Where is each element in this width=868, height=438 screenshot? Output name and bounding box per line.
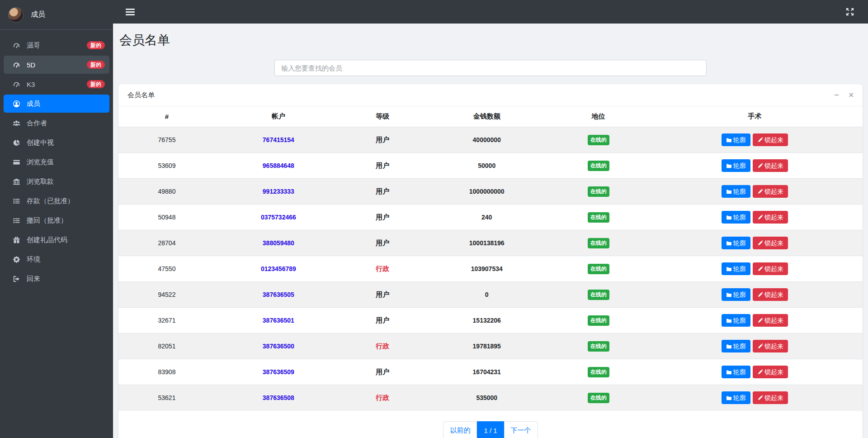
- folder-icon: [726, 163, 732, 169]
- content: 会员名单 会员名单 − × # 帐户: [113, 24, 868, 438]
- member-level: 用户: [376, 213, 389, 221]
- hamburger-icon[interactable]: [126, 9, 135, 15]
- member-id: 53621: [118, 385, 215, 411]
- page-title: 会员名单: [118, 32, 863, 49]
- fullscreen-icon[interactable]: [845, 7, 854, 16]
- header-status: 地位: [550, 106, 647, 127]
- member-amount: 1000138196: [424, 230, 550, 256]
- brand-label: 成员: [31, 10, 45, 19]
- tachometer-icon: [13, 61, 20, 69]
- sidebar-item-label: 合作者: [27, 119, 105, 128]
- sidebar-item-settings[interactable]: 环境: [4, 250, 109, 268]
- search-input[interactable]: [274, 60, 707, 76]
- profile-button[interactable]: 轮廓: [722, 159, 750, 172]
- member-level: 用户: [376, 368, 389, 376]
- member-id: 28704: [118, 230, 215, 256]
- member-account-link[interactable]: 991233333: [263, 188, 294, 195]
- sidebar-item-create-view[interactable]: 创建中视: [4, 133, 109, 152]
- profile-button[interactable]: 轮廓: [722, 391, 750, 404]
- sidebar-item-logout[interactable]: 回来: [4, 270, 109, 288]
- profile-button[interactable]: 轮廓: [722, 262, 750, 275]
- table-row: 49880 991233333 用户 1000000000 在线的 轮廓 锁起来: [118, 179, 863, 205]
- card-tools: − ×: [834, 91, 854, 99]
- member-amount: 19781895: [424, 333, 550, 359]
- sidebar-item-browse-recharge[interactable]: 浏览充值: [4, 153, 109, 171]
- search-bar: [118, 60, 863, 76]
- member-account-link[interactable]: 387636500: [263, 343, 294, 350]
- folder-icon: [726, 240, 732, 246]
- members-card: 会员名单 − × # 帐户 等级 金钱数额 地位: [118, 84, 863, 438]
- card-header: 会员名单 − ×: [118, 84, 863, 106]
- pencil-icon: [757, 395, 763, 401]
- lock-button[interactable]: 锁起来: [753, 340, 788, 352]
- pencil-icon: [757, 292, 763, 298]
- member-account-link[interactable]: 387636505: [263, 291, 294, 298]
- lock-button[interactable]: 锁起来: [753, 237, 788, 249]
- profile-button[interactable]: 轮廓: [722, 366, 750, 378]
- profile-button[interactable]: 轮廓: [722, 211, 750, 224]
- member-level: 用户: [376, 136, 389, 143]
- member-account-link[interactable]: 767415154: [263, 136, 294, 143]
- member-account-link[interactable]: 0375732466: [261, 214, 296, 221]
- sidebar-item-wenge[interactable]: 温哥 新的: [4, 36, 109, 54]
- sidebar-item-withdraw-approved[interactable]: 撤回（批准）: [4, 211, 109, 229]
- user-icon: [13, 100, 20, 108]
- member-account-link[interactable]: 387636509: [263, 368, 294, 376]
- member-level: 用户: [376, 316, 389, 324]
- row-actions: 轮廓 锁起来: [649, 237, 861, 249]
- table-row: 76755 767415154 用户 40000000 在线的 轮廓 锁起来: [118, 127, 863, 153]
- lock-button[interactable]: 锁起来: [753, 262, 788, 275]
- profile-button[interactable]: 轮廓: [722, 237, 750, 249]
- header-account: 帐户: [215, 106, 342, 127]
- lock-button[interactable]: 锁起来: [753, 314, 788, 327]
- profile-button[interactable]: 轮廓: [722, 314, 750, 327]
- member-account-link[interactable]: 0123456789: [261, 265, 296, 272]
- status-badge: 在线的: [588, 186, 609, 197]
- member-amount: 103907534: [424, 256, 550, 282]
- lock-button[interactable]: 锁起来: [753, 288, 788, 301]
- lock-button[interactable]: 锁起来: [753, 366, 788, 378]
- sidebar-item-deposits-approved[interactable]: 存款（已批准）: [4, 192, 109, 210]
- lock-button[interactable]: 锁起来: [753, 185, 788, 198]
- gift-icon: [13, 236, 20, 244]
- sidebar-item-create-gift-code[interactable]: 创建礼品代码: [4, 231, 109, 249]
- lock-button[interactable]: 锁起来: [753, 133, 788, 146]
- header-operations: 手术: [647, 106, 863, 127]
- pagination-current[interactable]: 1 / 1: [477, 421, 504, 438]
- sidebar-item-members[interactable]: 成员: [4, 95, 109, 113]
- lock-button[interactable]: 锁起来: [753, 211, 788, 224]
- lock-button[interactable]: 锁起来: [753, 391, 788, 404]
- folder-icon: [726, 395, 732, 401]
- pagination-prev-button[interactable]: 以前的: [443, 421, 477, 438]
- sidebar-item-label: 5D: [27, 61, 80, 69]
- profile-button[interactable]: 轮廓: [722, 340, 750, 352]
- row-actions: 轮廓 锁起来: [649, 340, 861, 352]
- sidebar-item-5d[interactable]: 5D 新的: [4, 56, 109, 74]
- close-icon[interactable]: ×: [849, 91, 854, 99]
- sidebar-item-k3[interactable]: K3 新的: [4, 75, 109, 93]
- status-badge: 在线的: [588, 393, 609, 403]
- member-id: 94522: [118, 282, 215, 308]
- pencil-icon: [757, 189, 763, 195]
- member-id: 76755: [118, 127, 215, 153]
- pencil-icon: [757, 240, 763, 246]
- pagination-next-button[interactable]: 下一个: [504, 421, 538, 438]
- sidebar-item-label: 浏览充值: [27, 158, 105, 167]
- sidebar-item-browse-withdraw[interactable]: 浏览取款: [4, 172, 109, 190]
- member-account-link[interactable]: 965884648: [263, 162, 294, 169]
- sidebar-item-partners[interactable]: 合作者: [4, 114, 109, 132]
- row-actions: 轮廓 锁起来: [649, 262, 861, 275]
- lock-button[interactable]: 锁起来: [753, 159, 788, 172]
- profile-button[interactable]: 轮廓: [722, 185, 750, 198]
- row-actions: 轮廓 锁起来: [649, 314, 861, 327]
- member-account-link[interactable]: 388059480: [263, 239, 294, 247]
- profile-button[interactable]: 轮廓: [722, 288, 750, 301]
- member-account-link[interactable]: 387636501: [263, 317, 294, 324]
- member-account-link[interactable]: 387636508: [263, 394, 294, 401]
- status-badge: 在线的: [588, 135, 609, 145]
- profile-button[interactable]: 轮廓: [722, 133, 750, 146]
- member-id: 53609: [118, 153, 215, 179]
- sidebar-brand[interactable]: 成员: [0, 0, 113, 30]
- topbar: [113, 0, 868, 24]
- minimize-icon[interactable]: −: [834, 91, 839, 99]
